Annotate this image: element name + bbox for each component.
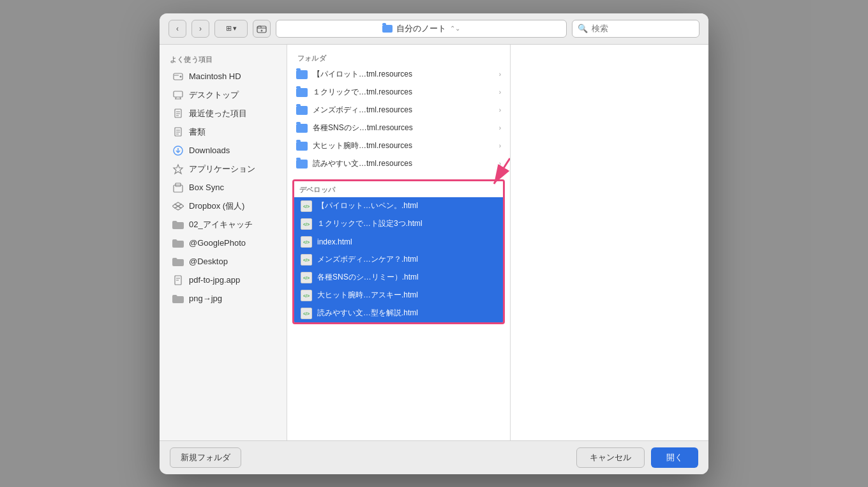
folder-item-6[interactable]: 読みやすい文…tml.resources › [287, 155, 510, 173]
folders-section: フォルダ 【パイロット…tml.resources › １クリックで…tml.r… [287, 45, 510, 177]
folder-item-5[interactable]: 大ヒット腕時…tml.resources › [287, 137, 510, 155]
sidebar-item-documents[interactable]: 書類 [162, 123, 284, 141]
dev-file-name-6: 大ヒット腕時…アスキー.html [317, 290, 418, 301]
location-bar[interactable]: 自分のノート ⌃⌄ [276, 20, 567, 38]
svg-marker-22 [175, 202, 181, 206]
open-button[interactable]: 開く [651, 447, 698, 468]
search-input[interactable] [592, 24, 694, 33]
folder-name-6: 読みやすい文…tml.resources [313, 158, 497, 169]
new-folder-icon-button[interactable] [253, 20, 271, 38]
recents-label: 最近使った項目 [189, 108, 247, 119]
file-panels: フォルダ 【パイロット…tml.resources › １クリックで…tml.r… [287, 45, 708, 440]
folder-name-4: 各種SNSのシ…tml.resources [313, 123, 497, 133]
02-aikyan-label: 02_アイキャッチ [189, 219, 253, 230]
search-icon: 🔍 [578, 24, 588, 33]
dropbox-label: Dropbox (個人) [189, 200, 244, 212]
dev-file-name-4: メンズボディ…ンケア？.html [317, 254, 418, 265]
folder-item-2[interactable]: １クリックで…tml.resources › [287, 84, 510, 101]
documents-label: 書類 [189, 126, 206, 138]
folder-item-3[interactable]: メンズボディ…tml.resources › [287, 101, 510, 119]
sidebar-item-pdf-to-jpg[interactable]: pdf-to-jpg.app [162, 271, 284, 289]
google-photo-icon [172, 237, 184, 249]
folder-arrow-4: › [499, 124, 501, 131]
svg-point-4 [180, 75, 182, 77]
svg-text:</>: </> [303, 222, 310, 227]
folder-name-3: メンズボディ…tml.resources [313, 105, 497, 116]
folder-icon-4 [296, 123, 308, 134]
svg-text:</>: </> [303, 204, 310, 209]
dev-file-name-7: 読みやすい文…型を解説.html [317, 308, 418, 318]
folder-arrow-5: › [499, 142, 501, 149]
applications-icon [172, 163, 184, 175]
empty-column [511, 45, 708, 440]
back-button[interactable]: ‹ [168, 20, 186, 38]
sidebar-item-google-photo[interactable]: @GooglePhoto [162, 234, 284, 252]
desktop2-icon [172, 256, 184, 267]
new-folder-button[interactable]: 新規フォルダ [170, 447, 241, 468]
sidebar-item-dropbox[interactable]: Dropbox (個人) [162, 197, 284, 215]
folder-icon-1 [296, 69, 308, 80]
main-content: よく使う項目 Macintosh HD デスクトップ 最近使った項目 [160, 45, 708, 440]
dev-file-name-5: 各種SNSのシ…リミー）.html [317, 272, 419, 283]
view-switcher[interactable]: ⊞ ▾ [214, 20, 248, 38]
folder-icon-5 [296, 140, 308, 152]
sidebar-item-desktop[interactable]: デスクトップ [162, 86, 284, 104]
folder-arrow-3: › [499, 107, 501, 114]
folder-item-1[interactable]: 【パイロット…tml.resources › [287, 66, 510, 84]
desktop2-label: @Desktop [189, 257, 228, 266]
sidebar-item-applications[interactable]: アプリケーション [162, 160, 284, 178]
html-icon-5: </> [301, 272, 312, 283]
sidebar-item-desktop2[interactable]: @Desktop [162, 253, 284, 271]
documents-icon [172, 126, 184, 138]
dev-item-5[interactable]: </> 各種SNSのシ…リミー）.html [294, 269, 503, 287]
folder-name-2: １クリックで…tml.resources [313, 87, 497, 98]
sidebar-item-downloads[interactable]: Downloads [162, 142, 284, 160]
downloads-label: Downloads [189, 146, 230, 155]
dev-file-name-1: 【パイロット…いペン。.html [317, 200, 418, 211]
dev-item-7[interactable]: </> 読みやすい文…型を解説.html [294, 304, 503, 322]
dropbox-icon [172, 200, 184, 212]
png-jpg-label: png→jpg [189, 294, 222, 303]
downloads-icon [172, 145, 184, 156]
file-dialog: ‹ › ⊞ ▾ 自分のノート ⌃⌄ 🔍 よく使 [160, 13, 708, 474]
folder-arrow-6: › [499, 160, 501, 167]
dev-item-4[interactable]: </> メンズボディ…ンケア？.html [294, 251, 503, 269]
folders-header: フォルダ [287, 49, 510, 66]
cancel-button[interactable]: キャンセル [576, 447, 645, 468]
forward-button[interactable]: › [191, 20, 209, 38]
box-sync-label: Box Sync [189, 183, 224, 192]
html-icon-1: </> [301, 200, 312, 212]
folder-icon-2 [296, 87, 308, 98]
02-aikyan-icon [172, 219, 184, 230]
search-box[interactable]: 🔍 [572, 20, 700, 38]
developer-section-header: デベロッパ [294, 181, 503, 197]
folder-item-4[interactable]: 各種SNSのシ…tml.resources › [287, 119, 510, 137]
folder-name-5: 大ヒット腕時…tml.resources [313, 140, 497, 151]
bottom-bar: 新規フォルダ キャンセル 開く [160, 440, 708, 474]
dev-item-1[interactable]: </> 【パイロット…いペン。.html [294, 197, 503, 215]
sidebar-item-png-jpg[interactable]: png→jpg [162, 290, 284, 308]
location-folder-icon [382, 25, 393, 33]
svg-text:</>: </> [303, 294, 310, 298]
hd-icon [172, 71, 184, 82]
dev-item-2[interactable]: </> １クリックで…ト設定3つ.html [294, 215, 503, 233]
dev-item-6[interactable]: </> 大ヒット腕時…アスキー.html [294, 287, 503, 304]
pdf-to-jpg-label: pdf-to-jpg.app [189, 275, 240, 285]
sidebar-section-label: よく使う項目 [160, 51, 287, 67]
google-photo-label: @GooglePhoto [189, 238, 246, 248]
sidebar-item-02-aikyan[interactable]: 02_アイキャッチ [162, 216, 284, 234]
html-icon-2: </> [301, 218, 312, 230]
png-jpg-icon [172, 293, 184, 304]
sidebar-item-recents[interactable]: 最近使った項目 [162, 105, 284, 123]
sidebar-item-box-sync[interactable]: Box Sync [162, 179, 284, 197]
svg-text:</>: </> [303, 276, 310, 280]
toolbar: ‹ › ⊞ ▾ 自分のノート ⌃⌄ 🔍 [160, 13, 708, 45]
box-sync-icon [172, 182, 184, 193]
folder-icon-6 [296, 158, 308, 170]
sidebar-item-macintosh-hd[interactable]: Macintosh HD [162, 68, 284, 86]
dev-file-name-2: １クリックで…ト設定3つ.html [317, 218, 423, 229]
view-icon: ⊞ [226, 24, 232, 33]
dev-item-3[interactable]: </> index.html [294, 233, 503, 251]
dev-file-name-3: index.html [317, 237, 352, 246]
applications-label: アプリケーション [189, 163, 255, 175]
